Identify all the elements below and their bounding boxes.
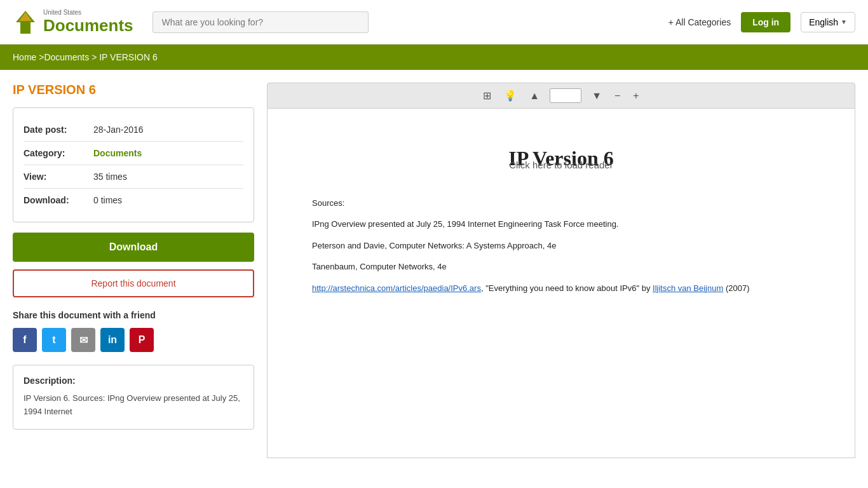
- source4-link[interactable]: http://arstechnica.com/articles/paedia/I…: [312, 283, 481, 293]
- breadcrumb-documents[interactable]: Documents: [44, 52, 89, 62]
- plus-icon: +: [633, 90, 639, 102]
- source4: http://arstechnica.com/articles/paedia/I…: [312, 281, 810, 295]
- meta-box: Date post: 28-Jan-2016 Category: Documen…: [13, 107, 254, 222]
- breadcrumb-home[interactable]: Home: [13, 52, 36, 62]
- logo-text: Documents: [43, 16, 133, 36]
- previous-page-button[interactable]: ▲: [527, 89, 542, 103]
- search-input[interactable]: [153, 11, 369, 33]
- category-label: Category:: [24, 148, 93, 158]
- meta-row-category: Category: Documents: [24, 142, 243, 165]
- twitter-share-button[interactable]: t: [42, 328, 66, 352]
- next-page-button[interactable]: ▼: [589, 89, 604, 103]
- source4-author[interactable]: Iljitsch van Beijnum: [653, 283, 723, 293]
- language-label: English: [809, 17, 838, 27]
- doc-body: Sources: IPng Overview presented at July…: [312, 196, 810, 295]
- document-title: IP VERSION 6: [13, 83, 254, 97]
- zoom-in-button[interactable]: +: [630, 89, 641, 103]
- breadcrumb: Home >Documents > IP VERSION 6: [0, 44, 868, 70]
- pinterest-share-button[interactable]: P: [130, 328, 154, 352]
- login-button[interactable]: Log in: [741, 12, 790, 32]
- source4-quote: , "Everything you need to know about IPv…: [481, 283, 653, 293]
- sources-label: Sources:: [312, 196, 810, 210]
- lightbulb-button[interactable]: 💡: [501, 88, 519, 103]
- load-reader-message[interactable]: Click here to load reader: [509, 159, 613, 170]
- down-arrow-icon: ▼: [592, 90, 602, 102]
- description-text: IP Version 6. Sources: IPng Overview pre…: [24, 392, 243, 419]
- minus-icon: −: [614, 90, 620, 102]
- meta-row-date: Date post: 28-Jan-2016: [24, 118, 243, 142]
- date-label: Date post:: [24, 125, 93, 135]
- share-title: Share this document with a friend: [13, 310, 254, 320]
- download-value: 0 times: [93, 195, 122, 205]
- language-selector[interactable]: English ▼: [801, 12, 855, 32]
- source2: Peterson and Davie, Computer Networks: A…: [312, 238, 810, 253]
- meta-row-download: Download: 0 times: [24, 189, 243, 212]
- source3: Tanenbaum, Computer Networks, 4e: [312, 259, 810, 274]
- left-panel: IP VERSION 6 Date post: 28-Jan-2016 Cate…: [13, 83, 254, 458]
- source4-year: (2007): [723, 283, 749, 293]
- logo-small-text: United States: [43, 9, 133, 16]
- main-layout: IP VERSION 6 Date post: 28-Jan-2016 Cate…: [0, 70, 868, 471]
- grid-icon: ⊞: [483, 90, 491, 102]
- zoom-out-button[interactable]: −: [612, 89, 623, 103]
- download-button[interactable]: Download: [13, 233, 254, 262]
- view-label: View:: [24, 172, 93, 182]
- page-input[interactable]: [550, 88, 581, 103]
- view-value: 35 times: [93, 172, 127, 182]
- breadcrumb-current: IP VERSION 6: [99, 52, 158, 62]
- viewer-content[interactable]: Click here to load reader IP Version 6 S…: [267, 109, 855, 458]
- lightbulb-icon: 💡: [504, 90, 517, 102]
- right-panel: ⊞ 💡 ▲ ▼ − + Click here to load reader IP…: [267, 83, 855, 458]
- header: United States Documents + All Categories…: [0, 0, 868, 44]
- download-label: Download:: [24, 195, 93, 205]
- share-icons: f t ✉ in P: [13, 328, 254, 352]
- description-label: Description:: [24, 376, 243, 386]
- email-share-button[interactable]: ✉: [71, 328, 95, 352]
- search-bar[interactable]: [153, 11, 369, 33]
- header-right: + All Categories Log in English ▼: [668, 12, 855, 32]
- up-arrow-icon: ▲: [529, 90, 539, 102]
- source1: IPng Overview presented at July 25, 1994…: [312, 217, 810, 231]
- report-button[interactable]: Report this document: [13, 269, 254, 297]
- logo-area: United States Documents: [13, 9, 133, 36]
- chevron-down-icon: ▼: [841, 18, 847, 25]
- all-categories-link[interactable]: + All Categories: [668, 17, 731, 27]
- category-value[interactable]: Documents: [93, 148, 142, 158]
- facebook-share-button[interactable]: f: [13, 328, 37, 352]
- description-box: Description: IP Version 6. Sources: IPng…: [13, 365, 254, 430]
- meta-row-view: View: 35 times: [24, 165, 243, 189]
- date-value: 28-Jan-2016: [93, 125, 144, 135]
- viewer-toolbar: ⊞ 💡 ▲ ▼ − +: [267, 83, 855, 109]
- doc-preview: IP Version 6 Sources: IPng Overview pres…: [268, 109, 855, 327]
- grid-view-button[interactable]: ⊞: [480, 88, 494, 103]
- logo-icon: [13, 10, 38, 35]
- linkedin-share-button[interactable]: in: [100, 328, 125, 352]
